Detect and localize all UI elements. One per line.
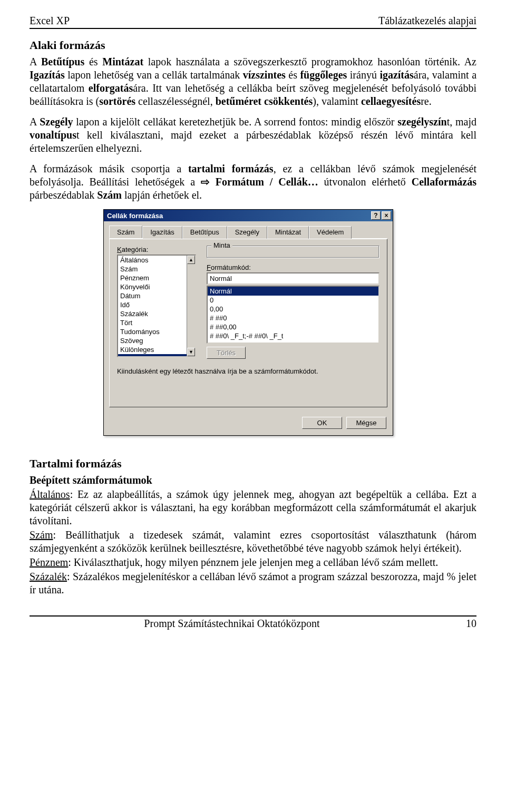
- list-item[interactable]: # ##0\ _F_t;[Piros]-# ##0\ _F_t: [208, 340, 378, 344]
- scroll-up-icon[interactable]: ▲: [187, 256, 195, 264]
- tab-betutipus[interactable]: Betűtípus: [182, 226, 227, 239]
- list-item[interactable]: Tört: [118, 318, 195, 327]
- arrow-icon: ⇨: [201, 176, 210, 188]
- tab-igazitas[interactable]: Igazítás: [142, 226, 182, 239]
- footer-pagenum: 10: [466, 618, 476, 630]
- list-item-selected[interactable]: Egyéni: [118, 354, 195, 357]
- section2-subtitle: Beépített számformátumok: [30, 474, 152, 486]
- list-item[interactable]: # ##0\ _F_t;-# ##0\ _F_t: [208, 331, 378, 340]
- list-item[interactable]: Általános: [118, 256, 195, 265]
- scroll-down-icon[interactable]: ▼: [187, 348, 195, 356]
- dialog-help-text: Kiindulásként egy létezőt használva írja…: [117, 367, 380, 375]
- section1-para2: A Szegély lapon a kijelölt cellákat kere…: [30, 115, 476, 155]
- page-header: Excel XP Táblázatkezelés alapjai: [30, 15, 476, 29]
- formatum-listbox[interactable]: Normál 0 0,00 # ##0 # ##0,00 # ##0\ _F_t…: [207, 286, 380, 344]
- list-item[interactable]: Szám: [118, 265, 195, 273]
- tabstrip: Szám Igazítás Betűtípus Szegély Mintázat…: [109, 226, 387, 239]
- minta-legend: Minta: [211, 241, 232, 249]
- list-item[interactable]: 0,00: [208, 305, 378, 314]
- list-item[interactable]: Tudományos: [118, 327, 195, 336]
- tabpanel-szam: Kategória: Általános Szám Pénznem Könyve…: [109, 239, 387, 407]
- section2-p2: Szám: Beállíthatjuk a tizedesek számát, …: [30, 529, 476, 555]
- list-item[interactable]: Százalék: [118, 309, 195, 318]
- page-footer: Prompt Számítástechnikai Oktatóközpont 1…: [30, 615, 476, 630]
- ok-button[interactable]: OK: [302, 417, 342, 429]
- list-item-selected[interactable]: Normál: [208, 287, 378, 296]
- list-item[interactable]: Különleges: [118, 345, 195, 354]
- torles-button: Törlés: [207, 347, 246, 359]
- list-item[interactable]: # ##0,00: [208, 322, 378, 331]
- tab-mintazat[interactable]: Mintázat: [267, 226, 309, 239]
- section1-para1: A Betűtípus és Mintázat lapok használata…: [30, 55, 476, 108]
- section2-title: Tartalmi formázás: [30, 457, 476, 471]
- cancel-button[interactable]: Mégse: [346, 417, 386, 429]
- minta-groupbox: Minta: [207, 246, 380, 258]
- kategoria-label: Kategória:: [117, 246, 196, 253]
- kategoria-listbox[interactable]: Általános Szám Pénznem Könyvelői Dátum I…: [117, 255, 196, 357]
- format-cells-dialog: Cellák formázása ? × Szám Igazítás Betűt…: [103, 209, 393, 436]
- tab-szam[interactable]: Szám: [109, 226, 142, 238]
- list-item[interactable]: Idő: [118, 300, 195, 309]
- list-item[interactable]: # ##0: [208, 314, 378, 322]
- formatumkod-label: Formátumkód:: [207, 263, 380, 271]
- list-item[interactable]: 0: [208, 296, 378, 305]
- scrollbar[interactable]: ▲ ▼: [187, 256, 195, 356]
- help-button[interactable]: ?: [371, 211, 381, 220]
- section1-para3: A formázások másik csoportja a tartalmi …: [30, 162, 476, 202]
- tab-vedelem[interactable]: Védelem: [309, 226, 352, 239]
- formatumkod-input[interactable]: [207, 272, 380, 285]
- tab-szegely[interactable]: Szegély: [227, 226, 267, 239]
- dialog-title: Cellák formázása: [107, 212, 163, 220]
- section1-title: Alaki formázás: [30, 38, 476, 52]
- list-item[interactable]: Dátum: [118, 291, 195, 300]
- close-button[interactable]: ×: [382, 211, 391, 220]
- footer-center: Prompt Számítástechnikai Oktatóközpont: [144, 618, 319, 630]
- section2-p1: Általános: Ez az alapbeállítás, a számok…: [30, 488, 476, 527]
- list-item[interactable]: Szöveg: [118, 336, 195, 345]
- header-left: Excel XP: [30, 15, 70, 27]
- list-item[interactable]: Könyvelői: [118, 282, 195, 291]
- section2-p4: Százalék: Százalékos megjelenítéskor a c…: [30, 570, 476, 596]
- section2-p3: Pénznem: Kiválaszthatjuk, hogy milyen pé…: [30, 556, 476, 569]
- dialog-titlebar[interactable]: Cellák formázása ? ×: [104, 210, 393, 221]
- list-item[interactable]: Pénznem: [118, 273, 195, 282]
- header-right: Táblázatkezelés alapjai: [378, 15, 476, 27]
